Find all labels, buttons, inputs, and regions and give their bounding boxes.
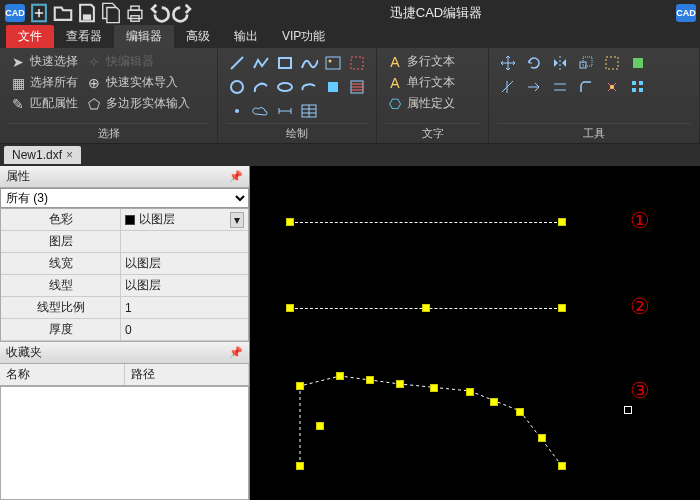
grip[interactable] — [466, 388, 474, 396]
mtext-button[interactable]: A多行文本 — [385, 52, 457, 71]
arc-icon[interactable] — [250, 76, 272, 98]
tab-viewer[interactable]: 查看器 — [54, 25, 114, 48]
tab-vip[interactable]: VIP功能 — [270, 25, 337, 48]
move-icon[interactable] — [497, 52, 519, 74]
fillet-icon[interactable] — [575, 76, 597, 98]
doc-tab-bar: New1.dxf × — [0, 144, 700, 166]
scale-icon[interactable] — [575, 52, 597, 74]
grip[interactable] — [296, 382, 304, 390]
print-icon[interactable] — [124, 2, 146, 24]
explode-icon[interactable] — [601, 76, 623, 98]
entity-line[interactable] — [290, 222, 562, 223]
quick-editor-button: ✧快编辑器 — [84, 52, 192, 71]
redo-icon[interactable] — [172, 2, 194, 24]
props-header: 属性 📌 — [0, 166, 249, 188]
block-tool-icon[interactable] — [627, 52, 649, 74]
prop-row-layer[interactable]: 图层 — [1, 231, 248, 253]
pin-icon[interactable]: 📌 — [229, 346, 243, 359]
grip[interactable] — [286, 304, 294, 312]
svg-point-16 — [235, 109, 239, 113]
props-filter-select[interactable]: 所有 (3) — [0, 188, 249, 208]
open-icon[interactable] — [52, 2, 74, 24]
extend-icon[interactable] — [523, 76, 545, 98]
cloud-icon[interactable] — [250, 100, 272, 122]
point-icon[interactable] — [226, 100, 248, 122]
grip[interactable] — [538, 434, 546, 442]
svg-rect-14 — [328, 82, 338, 92]
import-icon: ⊕ — [86, 75, 102, 91]
entity-icon[interactable] — [346, 52, 368, 74]
prop-row-linetype[interactable]: 线型以图层 — [1, 275, 248, 297]
select-icon[interactable] — [601, 52, 623, 74]
tab-advanced[interactable]: 高级 — [174, 25, 222, 48]
block-icon[interactable] — [322, 76, 344, 98]
select-all-icon: ▦ — [10, 75, 26, 91]
grip[interactable] — [430, 384, 438, 392]
close-icon[interactable]: × — [66, 148, 73, 162]
grip[interactable] — [558, 462, 566, 470]
undo-icon[interactable] — [148, 2, 170, 24]
attdef-icon: ⎔ — [387, 96, 403, 112]
stext-button[interactable]: A单行文本 — [385, 73, 457, 92]
dim-icon[interactable] — [274, 100, 296, 122]
svg-rect-31 — [632, 88, 636, 92]
table-icon[interactable] — [298, 100, 320, 122]
mirror-icon[interactable] — [549, 52, 571, 74]
spline-icon[interactable] — [298, 52, 320, 74]
offset-icon[interactable] — [549, 76, 571, 98]
hatch-icon[interactable] — [346, 76, 368, 98]
fav-list[interactable] — [0, 386, 249, 500]
circle-icon[interactable] — [226, 76, 248, 98]
svg-rect-27 — [633, 58, 643, 68]
saveall-icon[interactable] — [100, 2, 122, 24]
match-props-button[interactable]: ✎匹配属性 — [8, 94, 80, 113]
quick-import-button[interactable]: ⊕快速实体导入 — [84, 73, 192, 92]
grip[interactable] — [296, 462, 304, 470]
polyline-icon[interactable] — [250, 52, 272, 74]
image-icon[interactable] — [322, 52, 344, 74]
grip[interactable] — [336, 372, 344, 380]
tab-output[interactable]: 输出 — [222, 25, 270, 48]
grip[interactable] — [286, 218, 294, 226]
ribbon-group-text: A多行文本 A单行文本 ⎔属性定义 文字 — [377, 48, 489, 143]
brush-icon: ✎ — [10, 96, 26, 112]
prop-row-thickness[interactable]: 厚度0 — [1, 319, 248, 341]
fav-col-path: 路径 — [125, 364, 250, 385]
quick-select-button[interactable]: ➤快速选择 — [8, 52, 80, 71]
fav-cols: 名称 路径 — [0, 364, 249, 386]
menu-tabs: 文件 查看器 编辑器 高级 输出 VIP功能 — [0, 26, 700, 48]
prop-row-lineweight[interactable]: 线宽以图层 — [1, 253, 248, 275]
prop-row-ltscale[interactable]: 线型比例1 — [1, 297, 248, 319]
line-icon[interactable] — [226, 52, 248, 74]
grip[interactable] — [558, 304, 566, 312]
grip[interactable] — [490, 398, 498, 406]
props-grid: 色彩以图层▾ 图层 线宽以图层 线型以图层 线型比例1 厚度0 — [0, 208, 249, 342]
doc-tab[interactable]: New1.dxf × — [4, 146, 81, 164]
tab-file[interactable]: 文件 — [6, 25, 54, 48]
pin-icon[interactable]: 📌 — [229, 170, 243, 183]
svg-point-13 — [278, 83, 292, 91]
attdef-button[interactable]: ⎔属性定义 — [385, 94, 457, 113]
poly-input-button[interactable]: ⬠多边形实体输入 — [84, 94, 192, 113]
grip[interactable] — [316, 422, 324, 430]
trim-icon[interactable] — [497, 76, 519, 98]
new-icon[interactable] — [28, 2, 50, 24]
chevron-down-icon[interactable]: ▾ — [230, 212, 244, 228]
grip[interactable] — [396, 380, 404, 388]
tab-editor[interactable]: 编辑器 — [114, 25, 174, 48]
app-icon: CAD — [4, 2, 26, 24]
ellipse-arc-icon[interactable] — [298, 76, 320, 98]
grip[interactable] — [516, 408, 524, 416]
rect-icon[interactable] — [274, 52, 296, 74]
grip[interactable] — [558, 218, 566, 226]
select-all-button[interactable]: ▦选择所有 — [8, 73, 80, 92]
array-icon[interactable] — [627, 76, 649, 98]
drawing-canvas[interactable]: ① ② ③ — [250, 166, 700, 500]
grip[interactable] — [422, 304, 430, 312]
rotate-icon[interactable] — [523, 52, 545, 74]
prop-row-color[interactable]: 色彩以图层▾ — [1, 209, 248, 231]
properties-panel: 属性 📌 所有 (3) 色彩以图层▾ 图层 线宽以图层 线型以图层 线型比例1 … — [0, 166, 250, 500]
save-icon[interactable] — [76, 2, 98, 24]
ellipse-icon[interactable] — [274, 76, 296, 98]
grip[interactable] — [366, 376, 374, 384]
